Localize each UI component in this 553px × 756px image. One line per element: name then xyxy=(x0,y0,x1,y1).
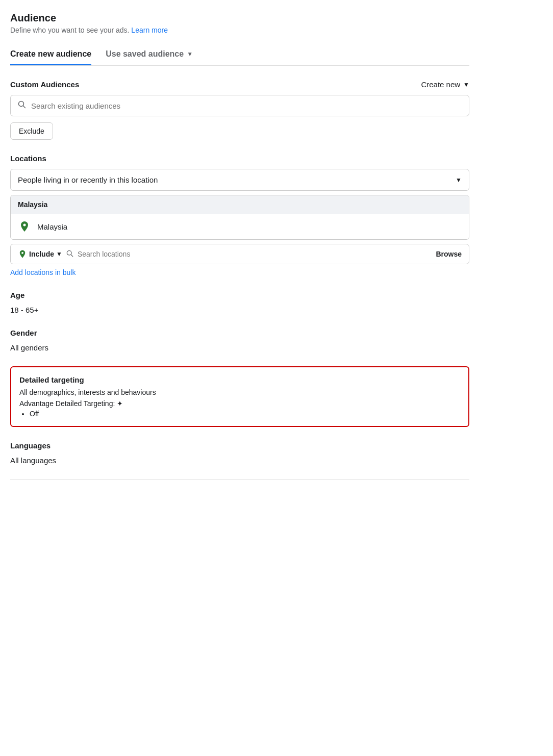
location-group-header: Malaysia xyxy=(11,195,469,214)
search-locations-input[interactable] xyxy=(78,250,432,258)
detailed-targeting-label: Detailed targeting xyxy=(19,375,460,384)
custom-audiences-label: Custom Audiences xyxy=(10,80,79,89)
age-value: 18 - 65+ xyxy=(10,306,469,314)
svg-line-5 xyxy=(71,255,73,257)
search-icon xyxy=(18,100,26,111)
include-button[interactable]: Include ▼ xyxy=(18,249,62,259)
search-locations-row: Include ▼ Browse xyxy=(10,244,469,264)
search-locations-icon xyxy=(66,250,73,259)
location-box: Malaysia Malaysia xyxy=(10,195,469,240)
detailed-targeting-section: Detailed targeting All demographics, int… xyxy=(10,366,469,427)
include-chevron-icon: ▼ xyxy=(56,250,62,258)
age-label: Age xyxy=(10,291,469,299)
exclude-button[interactable]: Exclude xyxy=(10,122,53,140)
gender-value: All genders xyxy=(10,343,469,352)
location-type-dropdown[interactable]: People living in or recently in this loc… xyxy=(10,169,469,191)
location-item: Malaysia xyxy=(11,214,469,239)
browse-button[interactable]: Browse xyxy=(436,250,462,258)
tab-use-saved-audience[interactable]: Use saved audience ▼ xyxy=(106,44,193,65)
learn-more-link[interactable]: Learn more xyxy=(131,26,168,34)
custom-audiences-header: Custom Audiences Create new ▼ xyxy=(10,80,469,89)
page-title: Audience xyxy=(10,12,469,24)
search-existing-audiences-input[interactable] xyxy=(31,102,462,110)
tab-create-new-audience[interactable]: Create new audience xyxy=(10,44,91,65)
advantage-status-item: Off xyxy=(30,410,460,418)
languages-section: Languages All languages xyxy=(10,441,469,465)
locations-label: Locations xyxy=(10,154,469,163)
audience-section: Audience Define who you want to see your… xyxy=(10,12,469,480)
advantage-targeting-row: Advantage Detailed Targeting: ✦ xyxy=(19,399,460,408)
svg-line-1 xyxy=(23,106,26,108)
location-pin-icon xyxy=(18,220,31,233)
location-name: Malaysia xyxy=(37,222,67,231)
page-subtitle: Define who you want to see your ads. Lea… xyxy=(10,26,469,34)
chevron-down-icon: ▼ xyxy=(187,51,193,58)
create-new-button[interactable]: Create new ▼ xyxy=(421,80,469,89)
locations-section: Locations People living in or recently i… xyxy=(10,154,469,291)
languages-label: Languages xyxy=(10,441,469,450)
tabs-container: Create new audience Use saved audience ▼ xyxy=(10,44,469,66)
add-locations-bulk-link[interactable]: Add locations in bulk xyxy=(10,268,76,276)
dropdown-chevron-icon: ▼ xyxy=(456,177,462,184)
detailed-targeting-description: All demographics, interests and behaviou… xyxy=(19,388,460,396)
custom-audiences-search-box xyxy=(10,95,469,116)
custom-audiences-section: Custom Audiences Create new ▼ Exclude xyxy=(10,80,469,154)
gender-section: Gender All genders xyxy=(10,329,469,352)
gender-label: Gender xyxy=(10,329,469,337)
age-section: Age 18 - 65+ xyxy=(10,291,469,314)
section-header: Audience Define who you want to see your… xyxy=(10,12,469,34)
advantage-status-list: Off xyxy=(19,410,460,418)
create-new-chevron-icon: ▼ xyxy=(463,81,469,88)
advantage-icon: ✦ xyxy=(117,399,123,408)
languages-value: All languages xyxy=(10,456,469,465)
bottom-divider xyxy=(10,479,469,480)
